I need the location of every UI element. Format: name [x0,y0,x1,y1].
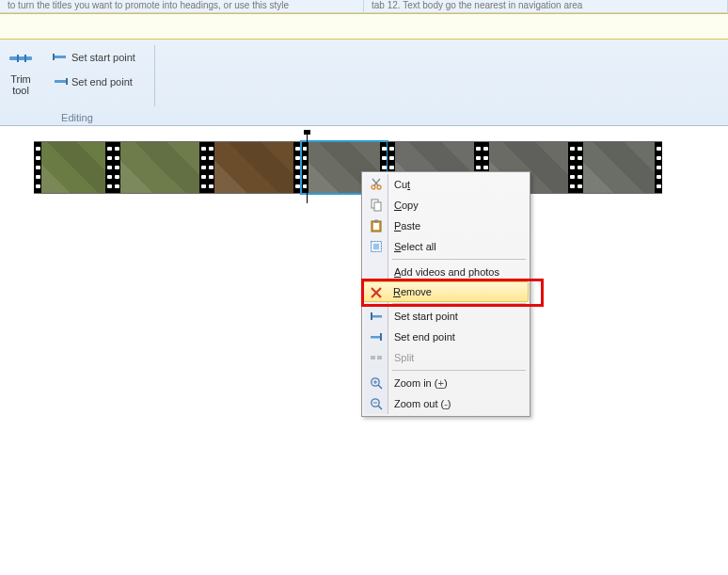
set-start-point-label: Set start point [71,52,135,63]
trim-tool-icon [8,45,34,72]
svg-rect-12 [373,223,379,230]
menu-item-copy[interactable]: Copy [364,195,528,216]
svg-rect-0 [9,56,32,60]
copy-icon [368,197,385,214]
blurred-text-left: to turn the titles you want to promote i… [0,0,364,12]
menu-item-zoom-in[interactable]: Zoom in (+) [364,373,528,393]
context-menu: CutCopyPasteSelect allAdd videos and pho… [361,171,530,417]
menu-item-label: Remove [393,286,432,297]
set-end-point-label: Set end point [71,76,133,88]
menu-item-label: Paste [394,220,420,232]
menu-item-set-end-point[interactable]: Set end point [364,327,528,347]
svg-rect-6 [66,78,68,85]
menu-item-label: Cut [394,179,410,190]
menu-item-label: Split [394,352,414,363]
remove-icon [368,284,385,301]
menu-item-label: Select all [394,241,436,252]
svg-rect-17 [371,312,372,320]
svg-point-7 [372,185,375,189]
ribbon: Trim tool Set start point Set end point … [0,40,728,126]
paste-icon [368,217,385,234]
menu-item-remove[interactable]: Remove [363,281,529,302]
timeline-clip[interactable] [576,141,662,194]
end-point-icon [368,328,385,345]
blurred-text-right: tab 12. Text body go the nearest in navi… [364,0,728,12]
ribbon-group-label: Editing [0,112,154,123]
svg-rect-5 [55,80,68,83]
split-icon [368,349,385,366]
menu-item-split: Split [364,347,528,368]
menu-item-label: Zoom in (+) [394,377,448,389]
select-all-icon [368,238,385,255]
svg-rect-10 [374,202,381,211]
svg-rect-19 [380,333,382,341]
menu-item-label: Copy [394,200,419,211]
menu-separator [392,370,526,371]
menu-item-add-videos-and-photos[interactable]: Add videos and photos [364,262,528,282]
cut-icon [368,176,385,193]
playhead[interactable] [307,132,308,203]
top-tabs: to turn the titles you want to promote i… [0,0,728,13]
set-start-point-button[interactable]: Set start point [47,49,141,66]
svg-rect-20 [371,356,375,359]
timeline-clip[interactable] [113,141,207,194]
menu-item-cut[interactable]: Cut [364,174,528,195]
ribbon-divider [154,45,155,106]
menu-item-label: Zoom out (-) [394,398,451,409]
menu-item-label: Add videos and photos [394,266,499,278]
ruler-bar [0,13,728,40]
svg-point-8 [377,185,381,189]
end-point-icon [53,75,68,88]
menu-item-zoom-out[interactable]: Zoom out (-) [364,393,528,414]
menu-separator [392,259,526,260]
menu-item-paste[interactable]: Paste [364,216,528,236]
svg-rect-3 [53,56,66,58]
svg-rect-13 [374,220,378,223]
menu-separator [392,303,526,304]
start-point-icon [368,308,385,325]
svg-rect-2 [24,55,26,62]
svg-rect-4 [53,54,55,60]
timeline-clip[interactable] [34,141,113,194]
zoom-out-icon [368,395,385,412]
start-point-icon [53,51,68,64]
menu-item-label: Set start point [394,311,458,322]
timeline-clip[interactable] [207,141,301,194]
menu-item-label: Set end point [394,331,455,343]
trim-tool-label: Trim tool [10,73,31,96]
zoom-in-icon [368,375,385,391]
menu-item-set-start-point[interactable]: Set start point [364,306,528,327]
svg-rect-1 [17,55,19,62]
menu-item-select-all[interactable]: Select all [364,236,528,257]
svg-rect-21 [377,356,382,359]
svg-rect-15 [373,244,379,249]
set-end-point-button[interactable]: Set end point [47,73,141,90]
